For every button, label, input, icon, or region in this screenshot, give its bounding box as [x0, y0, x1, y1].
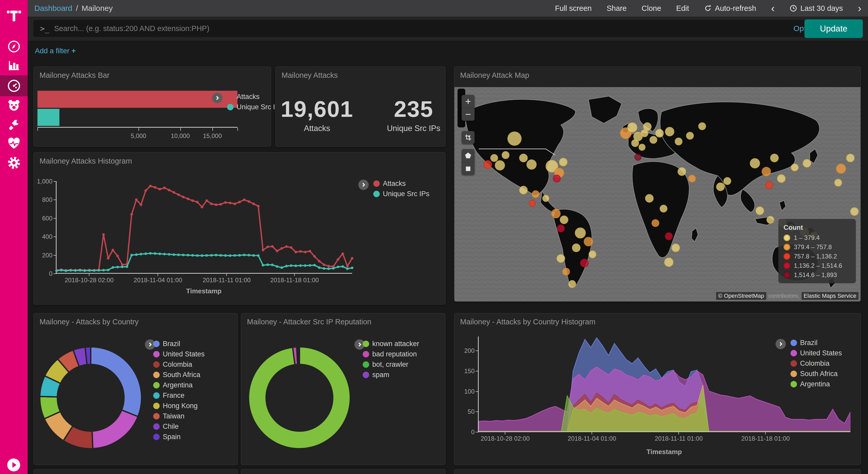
clone-button[interactable]: Clone — [642, 4, 661, 13]
legend-item-united-states[interactable]: United States — [790, 349, 842, 357]
panel-below-left — [33, 469, 238, 474]
telekom-logo-icon[interactable] — [0, 4, 28, 27]
y-axis-label: 200 — [42, 252, 53, 259]
legend-item-hong-kong[interactable]: Hong Kong — [153, 402, 205, 410]
time-range-picker[interactable]: Last 30 days — [789, 4, 843, 13]
map-bubble — [532, 191, 539, 198]
time-back-button[interactable]: ‹ — [771, 4, 774, 12]
map-bubble — [686, 132, 693, 139]
update-button[interactable]: Update — [804, 19, 863, 38]
bar-unique-src-ips[interactable] — [37, 109, 59, 126]
legend-item-spam[interactable]: spam — [363, 371, 419, 379]
share-button[interactable]: Share — [607, 4, 626, 13]
panel-title: Mailoney - Attacker Src IP Reputation — [247, 318, 371, 326]
legend-item-france[interactable]: France — [153, 391, 205, 399]
sidebar-item-devtools[interactable] — [0, 115, 28, 135]
crop-tool-button[interactable] — [462, 131, 474, 144]
ems-attribution-link[interactable]: Elastic Maps Service — [802, 292, 859, 300]
legend-label: 757.8 – 1,136.2 — [794, 253, 837, 260]
legend-item-south-africa[interactable]: South Africa — [790, 370, 842, 378]
donut-slice-united-states[interactable] — [92, 410, 138, 449]
legend-dot — [783, 253, 790, 260]
map-bubble — [803, 159, 811, 167]
map-bubble — [484, 160, 492, 169]
legend-item-brazil[interactable]: Brazil — [790, 339, 842, 347]
map-bubble — [672, 244, 680, 252]
axis-tick — [138, 128, 139, 131]
axis-tick-label: 5,000 — [131, 132, 146, 140]
legend-item-taiwan[interactable]: Taiwan — [153, 412, 205, 420]
legend-toggle-button[interactable] — [212, 93, 222, 103]
legend-dot — [790, 371, 797, 377]
legend-item-known-attacker[interactable]: known attacker — [363, 340, 419, 348]
map-bubble — [678, 168, 686, 176]
auto-refresh-button[interactable]: Auto-refresh — [704, 4, 756, 13]
panel-title: Mailoney Attack Map — [460, 71, 529, 80]
legend-label: Attacks — [237, 93, 259, 101]
legend-item-bot-crawler[interactable]: bot, crawler — [363, 360, 419, 368]
chart-legend: BrazilUnited StatesColombiaSouth AfricaA… — [153, 340, 205, 441]
y-axis-label: 100 — [464, 388, 474, 395]
panel-attacks-by-country: Mailoney - Attacks by Country BrazilUnit… — [33, 313, 238, 465]
donut-slice-spam[interactable] — [298, 347, 300, 364]
breadcrumb-dashboard-link[interactable]: Dashboard — [34, 4, 72, 13]
axis-tick — [37, 128, 38, 131]
full-screen-button[interactable]: Full screen — [555, 4, 592, 13]
legend-item-brazil[interactable]: Brazil — [153, 340, 205, 348]
sidebar-item-dashboard[interactable] — [0, 76, 28, 96]
legend-item-attacks[interactable]: Attacks — [373, 180, 429, 188]
legend-item-unique-src-ips[interactable]: Unique Src IPs — [227, 103, 283, 111]
axis-tick — [238, 128, 238, 131]
legend-dot — [363, 361, 369, 368]
donut-slice-brazil[interactable] — [91, 347, 142, 417]
panel-title: Mailoney - Attacks by Country — [39, 318, 139, 326]
legend-item-attacks[interactable]: Attacks — [227, 93, 283, 101]
legend-item-united-states[interactable]: United States — [153, 350, 205, 358]
edit-button[interactable]: Edit — [676, 4, 689, 13]
zoom-out-button[interactable]: − — [462, 108, 474, 121]
sidebar-item-visualize[interactable] — [0, 56, 28, 76]
map-bubble — [527, 160, 536, 169]
osm-attribution-link[interactable]: © OpenStreetMap — [716, 292, 766, 300]
map-bubble — [762, 167, 771, 176]
sidebar-item-monitoring[interactable] — [0, 134, 28, 153]
legend-item-colombia[interactable]: Colombia — [153, 360, 205, 368]
bear-icon — [7, 98, 21, 112]
polygon-tool-button[interactable] — [462, 149, 474, 162]
time-forward-button[interactable]: › — [858, 4, 861, 12]
sidebar-item-discover[interactable] — [0, 37, 28, 56]
bar-attacks[interactable] — [37, 91, 238, 108]
add-filter-link[interactable]: Add a filter+ — [35, 47, 76, 55]
map-bubble — [553, 175, 560, 182]
legend-label: Attacks — [383, 180, 406, 188]
legend-item-argentina[interactable]: Argentina — [790, 380, 842, 388]
sidebar-item-management[interactable] — [0, 153, 28, 173]
zoom-in-button[interactable]: + — [462, 95, 474, 108]
legend-item-spain[interactable]: Spain — [153, 433, 205, 441]
line-chart: 1,00080060040020002018-10-28 02:002018-1… — [56, 181, 352, 274]
legend-item-unique-src-ips[interactable]: Unique Src IPs — [373, 190, 429, 198]
map-zoom-controls: + − — [462, 95, 474, 121]
map-crop-control — [462, 131, 474, 144]
legend-item-south-africa[interactable]: South Africa — [153, 371, 205, 379]
y-axis-label: 200 — [464, 347, 474, 354]
legend-dot — [790, 360, 797, 367]
legend-label: known attacker — [372, 340, 419, 348]
legend-item-chile[interactable]: Chile — [153, 422, 205, 431]
search-input[interactable] — [54, 24, 793, 33]
metric-value: 235 — [387, 96, 440, 122]
legend-label: spam — [372, 371, 389, 379]
map-bubble — [542, 195, 549, 202]
sidebar-item-tpot[interactable] — [0, 96, 28, 115]
legend-item-bad-reputation[interactable]: bad reputation — [363, 350, 419, 358]
rectangle-tool-button[interactable] — [462, 162, 474, 175]
legend-item-colombia[interactable]: Colombia — [790, 359, 842, 367]
query-bar: >_ Options Update — [28, 17, 868, 41]
crop-icon — [464, 134, 472, 141]
sidebar-expand-button[interactable] — [7, 458, 20, 471]
legend-toggle-button[interactable] — [776, 339, 786, 349]
legend-toggle-button[interactable] — [358, 180, 369, 190]
legend-item-argentina[interactable]: Argentina — [153, 381, 205, 389]
x-axis-label: 2018-11-04 01:00 — [133, 276, 182, 284]
world-map[interactable]: + − Count 1 – 379.4379.4 – 757.87 — [455, 87, 861, 301]
